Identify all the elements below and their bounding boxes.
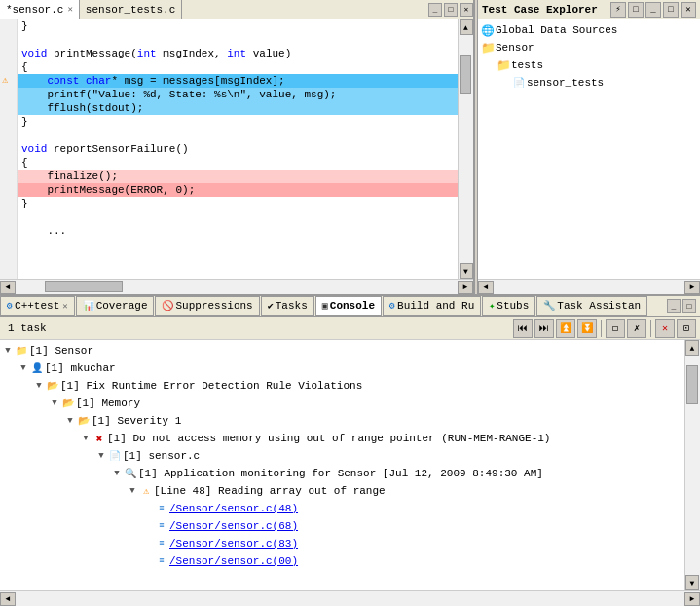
link83-icon: ≡ [154,536,169,551]
hscroll-thumb[interactable] [45,281,123,292]
bottom-scroll-track[interactable] [685,356,700,575]
exp-link83 [142,538,154,549]
assist-icon: 🔧 [543,300,555,312]
explorer-btn-1[interactable]: ⚡ [610,2,626,18]
tree-item-global[interactable]: 🌐 Global Data Sources [480,21,698,39]
tree-label-tests: tests [511,59,543,71]
toolbar-btn-6[interactable]: ✗ [627,319,646,338]
expand-line48[interactable]: ▼ [127,485,138,497]
tab-tasks[interactable]: ✔ Tasks [261,296,314,316]
task-row-memory[interactable]: ▼ 📂 [1] Memory [2,395,682,412]
bottom-hscroll-right[interactable]: ► [684,592,700,606]
bottom-scroll-thumb[interactable] [686,365,698,404]
hscroll-left-btn[interactable]: ◄ [0,281,16,294]
exp-scroll-left[interactable]: ◄ [478,281,494,294]
task-label-rule: [1] Do not access memory using out of ra… [107,433,550,444]
exp-scroll-right[interactable]: ► [684,281,700,294]
bottom-maximize[interactable]: □ [682,299,696,313]
tab-build[interactable]: ⚙ Build and Ru [383,296,481,316]
scroll-down-btn[interactable]: ▼ [460,263,473,279]
scroll-thumb[interactable] [460,55,471,94]
explorer-btn-2[interactable]: □ [628,2,644,18]
tab-console[interactable]: ▣ Console [315,296,382,316]
bottom-hscroll-left[interactable]: ◄ [0,592,16,606]
toolbar-btn-5[interactable]: ◻ [606,319,625,338]
task-row-link00[interactable]: ≡ /Sensor/sensor.c(00) [2,552,682,570]
scroll-track[interactable] [459,35,473,263]
task-label-link48[interactable]: /Sensor/sensor.c(48) [169,503,298,514]
tab-cpptest[interactable]: ⚙ C++test ✕ [0,296,75,316]
tab-sensor-tests[interactable]: sensor_tests.c [80,0,182,19]
task-label-link00[interactable]: /Sensor/sensor.c(00) [169,555,298,567]
task-row-fix[interactable]: ▼ 📂 [1] Fix Runtime Error Detection Rule… [2,377,682,395]
editor-maximize-btn[interactable]: □ [444,3,458,17]
editor-vscrollbar[interactable]: ▲ ▼ [458,19,473,279]
task-row-mkuchar[interactable]: ▼ 👤 [1] mkuchar [2,360,682,377]
expand-fix[interactable]: ▼ [33,380,45,392]
code-line [18,210,458,224]
task-row-link48[interactable]: ≡ /Sensor/sensor.c(48) [2,500,682,517]
toolbar-btn-8[interactable]: ⊡ [677,319,696,338]
task-label-link83[interactable]: /Sensor/sensor.c(83) [169,538,298,549]
task-label-link68[interactable]: /Sensor/sensor.c(68) [169,520,298,532]
tab-stubs[interactable]: ✦ Stubs [482,296,535,316]
tasks-icon: ✔ [268,300,274,312]
scroll-up-btn[interactable]: ▲ [460,19,473,35]
task-row-link83[interactable]: ≡ /Sensor/sensor.c(83) [2,535,682,552]
task-row-line48[interactable]: ▼ ⚠ [Line 48] Reading array out of range [2,482,682,500]
expand-sensor[interactable]: ▼ [2,345,14,357]
bottom-scroll-up[interactable]: ▲ [685,340,699,356]
task-count: 1 task [4,322,47,334]
fix-folder-icon: 📂 [45,378,60,394]
link00-icon: ≡ [154,553,169,569]
code-line: { [18,156,458,170]
editor-close-btn[interactable]: ✕ [460,3,473,17]
explorer-hscrollbar[interactable]: ◄ ► [478,279,700,294]
explorer-maximize[interactable]: □ [663,2,679,18]
tab-label-build: Build and Ru [397,300,474,312]
toolbar-btn-1[interactable]: ⏮ [513,319,533,338]
explorer-minimize[interactable]: _ [645,2,661,18]
toolbar-btn-7[interactable]: ✕ [655,319,675,338]
tab-close-cpptest[interactable]: ✕ [62,301,67,312]
toolbar-btn-2[interactable]: ⏭ [534,319,554,338]
mkuchar-icon: 👤 [29,360,45,376]
expand-memory[interactable]: ▼ [49,398,60,409]
tab-sensor-c[interactable]: *sensor.c ✕ [0,0,80,19]
hscroll-right-btn[interactable]: ► [458,281,473,294]
tree-item-sensor[interactable]: 📁 Sensor [480,39,698,57]
editor-minimize-btn[interactable]: _ [428,3,442,17]
task-row-rule[interactable]: ▼ ✖ [1] Do not access memory using out o… [2,430,682,447]
task-row-appmon[interactable]: ▼ 🔍 [1] Application monitoring for Senso… [2,465,682,482]
task-row-link68[interactable]: ≡ /Sensor/sensor.c(68) [2,517,682,535]
tab-label-sensor: *sensor.c [6,4,63,16]
expand-mkuchar[interactable]: ▼ [18,362,29,374]
tab-close-sensor[interactable]: ✕ [67,4,72,15]
editor-hscrollbar[interactable]: ◄ ► [0,279,473,294]
expand-appmon[interactable]: ▼ [111,468,123,479]
bottom-minimize[interactable]: _ [667,299,681,313]
task-row-sensor[interactable]: ▼ 📁 [1] Sensor [2,342,682,360]
hscroll-track[interactable] [16,280,458,294]
bottom-scroll-down[interactable]: ▼ [685,575,699,590]
bottom-hscrollbar[interactable]: ◄ ► [0,590,700,606]
code-lines[interactable]: } void printMessage(int msgIndex, int va… [18,19,458,279]
tree-item-sensor-tests[interactable]: 📄 sensor_tests [480,74,698,92]
expand-severity[interactable]: ▼ [64,415,76,427]
code-line: } [18,115,458,129]
link48-icon: ≡ [154,501,169,516]
code-line: } [18,19,458,33]
toolbar-btn-3[interactable]: ⏫ [556,319,575,338]
toolbar-btn-4[interactable]: ⏬ [577,319,597,338]
expand-rule[interactable]: ▼ [80,433,92,444]
task-label-appmon: [1] Application monitoring for Sensor [J… [138,468,543,479]
tab-coverage[interactable]: 📊 Coverage [76,296,155,316]
task-row-severity[interactable]: ▼ 📂 [1] Severity 1 [2,412,682,430]
task-row-sensorc[interactable]: ▼ 📄 [1] sensor.c [2,447,682,465]
bottom-vscrollbar[interactable]: ▲ ▼ [684,340,700,590]
explorer-close[interactable]: ✕ [681,2,696,18]
tab-suppressions[interactable]: 🚫 Suppressions [155,296,259,316]
expand-sensorc[interactable]: ▼ [95,450,107,462]
tree-item-tests[interactable]: 📁 tests [480,57,698,74]
tab-task-assistant[interactable]: 🔧 Task Assistan [536,296,647,316]
